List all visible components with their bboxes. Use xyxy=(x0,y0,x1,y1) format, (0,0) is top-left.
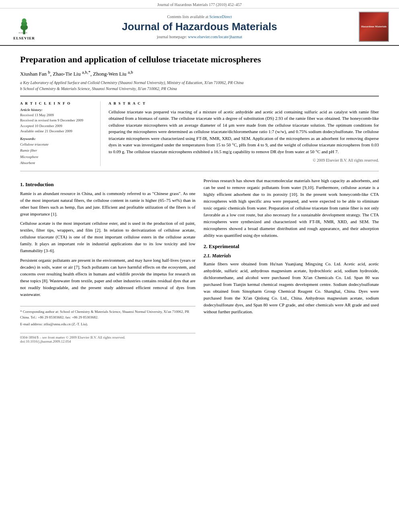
affiliation-a: a Key Laboratory of Applied Surface and … xyxy=(20,80,379,86)
copyright-line: © 2009 Elsevier B.V. All rights reserved… xyxy=(109,158,379,162)
svg-point-3 xyxy=(22,18,27,23)
intro-para-2: Cellulose acetate is the most important … xyxy=(20,220,195,254)
history-label: Article history: xyxy=(20,108,94,112)
right-para-1: Previous research has shown that macromo… xyxy=(204,177,379,239)
journal-header: ELSEVIER ELSEVIER Contents lists availab… xyxy=(0,8,399,46)
journal-cover: Hazardous Materials xyxy=(359,12,391,42)
section2-heading: 2. Experimental xyxy=(204,243,379,250)
journal-homepage: journal homepage: www.elsevier.com/locat… xyxy=(40,35,359,39)
column-left: 1. Introduction Ramie is an abundant res… xyxy=(20,177,195,343)
divider-1 xyxy=(20,171,379,171)
svg-text:ELSEVIER: ELSEVIER xyxy=(19,32,28,34)
materials-para: Ramie fibers were obtained from Hu'nan Y… xyxy=(204,261,379,315)
divider-thick xyxy=(20,96,379,97)
keyword-2: Ramie fiber xyxy=(20,148,94,154)
keyword-1: Cellulose triacetate xyxy=(20,142,94,148)
abstract-text: Cellulose triacetate was prepared via re… xyxy=(109,109,379,155)
elsevier-tree-icon: ELSEVIER xyxy=(12,13,36,35)
email-note: E-mail address: ztliu@snnu.edu.cn (Z.-T.… xyxy=(20,321,195,327)
journal-title-center: Contents lists available at ScienceDirec… xyxy=(40,14,359,39)
cover-image: Hazardous Materials xyxy=(359,12,389,42)
sciencedirect-link[interactable]: ScienceDirect xyxy=(209,14,232,19)
keyword-4: Absorbent xyxy=(20,160,94,166)
keywords-list: Cellulose triacetate Ramie fiber Microsp… xyxy=(20,142,94,166)
section1-heading: 1. Introduction xyxy=(20,181,195,188)
contents-line: Contents lists available at ScienceDirec… xyxy=(40,14,359,19)
revised-date: Received in revised form 9 December 2009 xyxy=(20,118,94,123)
cover-label: Hazardous Materials xyxy=(360,24,387,29)
accepted-date: Accepted 10 December 2009 xyxy=(20,123,94,129)
online-date: Available online 21 December 2009 xyxy=(20,129,94,134)
issn-line: 0304-3894/$ – see front matter © 2009 El… xyxy=(20,335,125,343)
column-right: Previous research has shown that macromo… xyxy=(204,177,379,343)
article-title: Preparation and application of cellulose… xyxy=(20,54,379,66)
body-columns: 1. Introduction Ramie is an abundant res… xyxy=(20,177,379,343)
intro-para-3: Persistent organic pollutants are presen… xyxy=(20,257,195,298)
journal-citation: Journal of Hazardous Materials 177 (2010… xyxy=(0,0,399,8)
affiliations: a Key Laboratory of Applied Surface and … xyxy=(20,80,379,92)
article-info-abstract: A R T I C L E I N F O Article history: R… xyxy=(20,101,379,166)
received-date: Received 13 May 2009 xyxy=(20,113,94,118)
keywords-label: Keywords: xyxy=(20,137,94,141)
elsevier-logo: ELSEVIER ELSEVIER xyxy=(8,13,40,40)
authors: Xiushan Fan b, Zhao-Tie Liu a,b,*, Zhong… xyxy=(20,70,379,77)
journal-name: Journal of Hazardous Materials xyxy=(40,21,359,33)
article-info-title: A R T I C L E I N F O xyxy=(20,101,94,105)
bottom-bar: 0304-3894/$ – see front matter © 2009 El… xyxy=(20,333,195,343)
intro-para-1: Ramie is an abundant resource in China, … xyxy=(20,190,195,218)
abstract-title: A B S T R A C T xyxy=(109,101,379,105)
affiliation-b: b School of Chemistry & Materials Scienc… xyxy=(20,86,379,92)
corresponding-note: * Corresponding author at: School of Che… xyxy=(20,309,195,320)
article-info: A R T I C L E I N F O Article history: R… xyxy=(20,101,101,166)
homepage-link[interactable]: www.elsevier.com/locate/jhazmat xyxy=(188,35,242,39)
abstract-section: A B S T R A C T Cellulose triacetate was… xyxy=(109,101,379,166)
keyword-3: Microsphere xyxy=(20,154,94,160)
article-content: Preparation and application of cellulose… xyxy=(0,46,399,351)
footnote-area: * Corresponding author at: School of Che… xyxy=(20,306,195,327)
section2-1-heading: 2.1. Materials xyxy=(204,253,379,259)
